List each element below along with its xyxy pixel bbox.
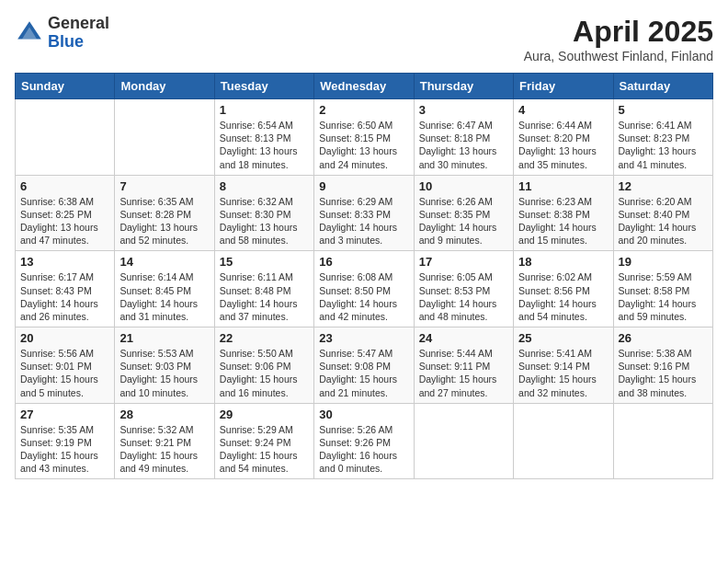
day-info: Sunrise: 6:47 AM Sunset: 8:18 PM Dayligh… — [419, 119, 508, 171]
calendar-cell — [16, 99, 115, 176]
day-info: Sunrise: 6:32 AM Sunset: 8:30 PM Dayligh… — [220, 195, 309, 247]
day-info: Sunrise: 6:29 AM Sunset: 8:33 PM Dayligh… — [319, 195, 408, 247]
day-info: Sunrise: 6:23 AM Sunset: 8:38 PM Dayligh… — [518, 195, 608, 247]
day-info: Sunrise: 5:26 AM Sunset: 9:26 PM Dayligh… — [319, 423, 408, 476]
day-number: 16 — [319, 255, 408, 269]
day-number: 28 — [119, 408, 209, 421]
calendar-cell: 8Sunrise: 6:32 AM Sunset: 8:30 PM Daylig… — [214, 175, 313, 251]
day-info: Sunrise: 5:32 AM Sunset: 9:21 PM Dayligh… — [119, 423, 209, 476]
day-info: Sunrise: 6:14 AM Sunset: 8:45 PM Dayligh… — [119, 270, 209, 323]
day-info: Sunrise: 5:29 AM Sunset: 9:24 PM Dayligh… — [220, 423, 309, 476]
calendar-cell: 25Sunrise: 5:41 AM Sunset: 9:14 PM Dayli… — [514, 327, 613, 404]
calendar-table: SundayMondayTuesdayWednesdayThursdayFrid… — [15, 73, 713, 479]
day-of-week-header: Thursday — [414, 74, 513, 99]
day-number: 15 — [220, 255, 309, 269]
calendar-cell: 2Sunrise: 6:50 AM Sunset: 8:15 PM Daylig… — [314, 99, 414, 176]
day-of-week-header: Wednesday — [314, 74, 414, 99]
calendar-cell: 13Sunrise: 6:17 AM Sunset: 8:43 PM Dayli… — [16, 251, 115, 327]
day-info: Sunrise: 6:02 AM Sunset: 8:56 PM Dayligh… — [518, 270, 608, 323]
logo-icon — [15, 18, 44, 48]
logo-blue: Blue — [48, 33, 109, 52]
day-number: 23 — [319, 331, 408, 345]
day-info: Sunrise: 6:17 AM Sunset: 8:43 PM Dayligh… — [20, 270, 109, 323]
day-number: 30 — [319, 408, 408, 421]
day-info: Sunrise: 5:47 AM Sunset: 9:08 PM Dayligh… — [319, 347, 408, 399]
calendar-cell: 4Sunrise: 6:44 AM Sunset: 8:20 PM Daylig… — [514, 99, 613, 176]
day-number: 5 — [619, 103, 708, 117]
calendar-cell: 11Sunrise: 6:23 AM Sunset: 8:38 PM Dayli… — [514, 175, 613, 251]
day-info: Sunrise: 5:41 AM Sunset: 9:14 PM Dayligh… — [518, 347, 608, 399]
calendar-cell — [514, 403, 613, 479]
calendar-cell: 3Sunrise: 6:47 AM Sunset: 8:18 PM Daylig… — [414, 99, 513, 176]
calendar-body: 1Sunrise: 6:54 AM Sunset: 8:13 PM Daylig… — [16, 99, 713, 479]
calendar-cell: 20Sunrise: 5:56 AM Sunset: 9:01 PM Dayli… — [16, 327, 115, 404]
day-number: 20 — [20, 331, 109, 345]
calendar-cell: 18Sunrise: 6:02 AM Sunset: 8:56 PM Dayli… — [514, 251, 613, 327]
day-number: 25 — [518, 331, 608, 345]
month-title: April 2025 — [524, 15, 713, 49]
calendar-cell: 17Sunrise: 6:05 AM Sunset: 8:53 PM Dayli… — [414, 251, 513, 327]
day-number: 11 — [518, 179, 608, 193]
day-info: Sunrise: 6:20 AM Sunset: 8:40 PM Dayligh… — [619, 195, 708, 247]
day-of-week-header: Sunday — [16, 74, 115, 99]
calendar-cell: 26Sunrise: 5:38 AM Sunset: 9:16 PM Dayli… — [613, 327, 712, 404]
day-of-week-header: Saturday — [613, 74, 712, 99]
day-info: Sunrise: 6:38 AM Sunset: 8:25 PM Dayligh… — [20, 195, 109, 247]
day-of-week-header: Tuesday — [214, 74, 313, 99]
title-block: April 2025 Aura, Southwest Finland, Finl… — [524, 15, 713, 63]
day-number: 24 — [419, 331, 508, 345]
calendar-cell: 14Sunrise: 6:14 AM Sunset: 8:45 PM Dayli… — [115, 251, 214, 327]
day-number: 2 — [319, 103, 408, 117]
calendar-cell: 29Sunrise: 5:29 AM Sunset: 9:24 PM Dayli… — [214, 403, 313, 479]
day-number: 21 — [119, 331, 209, 345]
header-row: SundayMondayTuesdayWednesdayThursdayFrid… — [16, 74, 713, 99]
day-number: 1 — [220, 103, 309, 117]
day-info: Sunrise: 6:26 AM Sunset: 8:35 PM Dayligh… — [419, 195, 508, 247]
day-info: Sunrise: 6:41 AM Sunset: 8:23 PM Dayligh… — [619, 119, 708, 171]
day-number: 13 — [20, 255, 109, 269]
day-number: 17 — [419, 255, 508, 269]
day-of-week-header: Friday — [514, 74, 613, 99]
calendar-cell: 16Sunrise: 6:08 AM Sunset: 8:50 PM Dayli… — [314, 251, 414, 327]
calendar-cell: 30Sunrise: 5:26 AM Sunset: 9:26 PM Dayli… — [314, 403, 414, 479]
calendar-week-row: 13Sunrise: 6:17 AM Sunset: 8:43 PM Dayli… — [16, 251, 713, 327]
calendar-cell: 12Sunrise: 6:20 AM Sunset: 8:40 PM Dayli… — [613, 175, 712, 251]
day-number: 19 — [619, 255, 708, 269]
day-info: Sunrise: 6:44 AM Sunset: 8:20 PM Dayligh… — [518, 119, 608, 171]
day-number: 10 — [419, 179, 508, 193]
calendar-cell: 10Sunrise: 6:26 AM Sunset: 8:35 PM Dayli… — [414, 175, 513, 251]
calendar-cell — [115, 99, 214, 176]
day-info: Sunrise: 5:53 AM Sunset: 9:03 PM Dayligh… — [119, 347, 209, 399]
day-number: 3 — [419, 103, 508, 117]
day-info: Sunrise: 6:54 AM Sunset: 8:13 PM Dayligh… — [220, 119, 309, 171]
day-number: 9 — [319, 179, 408, 193]
calendar-cell: 24Sunrise: 5:44 AM Sunset: 9:11 PM Dayli… — [414, 327, 513, 404]
day-info: Sunrise: 6:05 AM Sunset: 8:53 PM Dayligh… — [419, 270, 508, 323]
day-number: 26 — [619, 331, 708, 345]
calendar-cell: 15Sunrise: 6:11 AM Sunset: 8:48 PM Dayli… — [214, 251, 313, 327]
day-info: Sunrise: 5:44 AM Sunset: 9:11 PM Dayligh… — [419, 347, 508, 399]
day-info: Sunrise: 5:35 AM Sunset: 9:19 PM Dayligh… — [20, 423, 109, 476]
calendar-week-row: 20Sunrise: 5:56 AM Sunset: 9:01 PM Dayli… — [16, 327, 713, 404]
page-header: General Blue April 2025 Aura, Southwest … — [15, 15, 713, 63]
day-info: Sunrise: 6:50 AM Sunset: 8:15 PM Dayligh… — [319, 119, 408, 171]
day-info: Sunrise: 5:38 AM Sunset: 9:16 PM Dayligh… — [619, 347, 708, 399]
day-number: 6 — [20, 179, 109, 193]
day-info: Sunrise: 6:11 AM Sunset: 8:48 PM Dayligh… — [220, 270, 309, 323]
day-number: 29 — [220, 408, 309, 421]
calendar-cell: 21Sunrise: 5:53 AM Sunset: 9:03 PM Dayli… — [115, 327, 214, 404]
day-number: 22 — [220, 331, 309, 345]
day-of-week-header: Monday — [115, 74, 214, 99]
day-number: 8 — [220, 179, 309, 193]
calendar-cell: 1Sunrise: 6:54 AM Sunset: 8:13 PM Daylig… — [214, 99, 313, 176]
calendar-cell: 9Sunrise: 6:29 AM Sunset: 8:33 PM Daylig… — [314, 175, 414, 251]
calendar-cell — [414, 403, 513, 479]
logo: General Blue — [15, 15, 109, 52]
day-info: Sunrise: 5:50 AM Sunset: 9:06 PM Dayligh… — [220, 347, 309, 399]
calendar-cell: 5Sunrise: 6:41 AM Sunset: 8:23 PM Daylig… — [613, 99, 712, 176]
logo-text: General Blue — [48, 15, 109, 52]
calendar-week-row: 1Sunrise: 6:54 AM Sunset: 8:13 PM Daylig… — [16, 99, 713, 176]
logo-general: General — [48, 15, 109, 33]
day-info: Sunrise: 5:56 AM Sunset: 9:01 PM Dayligh… — [20, 347, 109, 399]
day-number: 4 — [518, 103, 608, 117]
